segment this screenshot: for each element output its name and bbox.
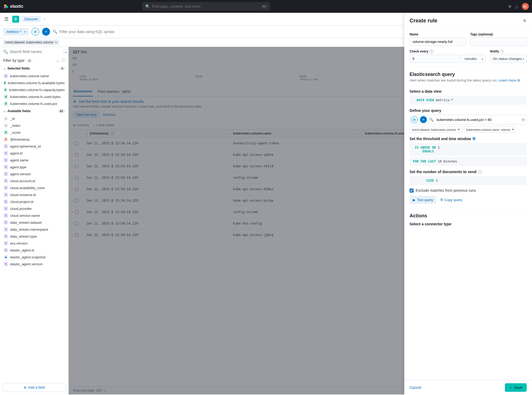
field-search-input[interactable] xyxy=(10,50,65,54)
row-checkbox[interactable] xyxy=(75,176,79,180)
row-checkbox[interactable] xyxy=(75,199,79,202)
data-view-display[interactable]: DATA VIEW metrics-* xyxy=(410,96,527,105)
exclude-checkbox-row[interactable]: Exclude matches from previous runs xyxy=(410,188,527,193)
expand-icon[interactable] xyxy=(71,176,73,180)
field-item[interactable]: tdata_stream.type xyxy=(0,233,68,240)
field-item[interactable]: #kubernetes.volume.fs.capacity.bytes xyxy=(0,86,68,93)
field-item[interactable]: ⎋_index xyxy=(0,122,68,129)
field-item[interactable]: tcloud.instance.id xyxy=(0,191,68,198)
copy-icon[interactable]: ⧉ xyxy=(473,136,475,141)
app-name-breadcrumb[interactable]: Discover xyxy=(22,16,41,22)
info-icon[interactable]: ⓘ xyxy=(61,58,65,63)
add-field-button[interactable]: ⊕ Add a field xyxy=(3,383,66,392)
field-item[interactable]: ⏱@timestamp xyxy=(0,136,68,143)
close-icon[interactable]: ✕ xyxy=(523,18,527,24)
filter-chip[interactable]: event.dataset: kubernetes.volume ✕ xyxy=(3,40,59,45)
field-item[interactable]: tagent.version xyxy=(0,170,68,177)
field-item[interactable]: tkubernetes.volume.name xyxy=(0,72,68,79)
field-item[interactable]: #kubernetes.volume.fs.used.pct xyxy=(0,100,68,107)
news-icon[interactable]: △ xyxy=(515,4,518,9)
query-filter-pill[interactable]: kubernetes.volume.name: volume✕ xyxy=(464,127,517,133)
help-icon[interactable]: ? xyxy=(478,170,482,174)
column-header[interactable]: @timestamp 🕐⌄ xyxy=(84,129,230,138)
user-avatar[interactable]: EL xyxy=(522,3,529,10)
expand-icon[interactable] xyxy=(71,187,73,191)
field-search[interactable]: 🔍 xyxy=(0,47,68,56)
row-checkbox[interactable] xyxy=(75,153,79,157)
elastic-logo[interactable]: elastic xyxy=(3,4,23,9)
row-checkbox[interactable] xyxy=(75,210,79,214)
field-item[interactable]: tagent.name xyxy=(0,157,68,164)
global-search-input[interactable] xyxy=(152,4,259,9)
field-item[interactable]: tcloud.service.name xyxy=(0,212,68,219)
row-checkbox[interactable] xyxy=(75,222,79,225)
field-item[interactable]: tagent.ephemeral_id xyxy=(0,143,68,150)
help-icon[interactable]: ? xyxy=(430,50,433,53)
row-checkbox[interactable] xyxy=(75,188,79,191)
sort-button[interactable]: ↕ 1 field sorted xyxy=(93,123,114,127)
expand-icon[interactable] xyxy=(71,210,73,214)
learn-more-link[interactable]: Learn more ⧉ xyxy=(499,78,520,82)
tags-input[interactable] xyxy=(470,38,527,46)
help-icon[interactable]: ⊕ xyxy=(508,4,512,9)
field-item[interactable]: tecs.version xyxy=(0,240,68,247)
filter-by-type[interactable]: Filter by type 0 ⌄ ⓘ xyxy=(0,56,68,64)
available-fields-header[interactable]: ⌄Available fields 52 xyxy=(0,107,68,115)
chevron-down-icon[interactable]: ⌄ xyxy=(56,58,59,63)
field-item[interactable]: #kubernetes.volume.fs.used.bytes xyxy=(0,93,68,100)
field-item[interactable]: #_score xyxy=(0,129,68,136)
field-item[interactable]: tdata_stream.dataset xyxy=(0,219,68,226)
query-filter-pill[interactable]: event.dataset: kubernetes.volume✕ xyxy=(410,127,462,133)
nav-toggle-icon[interactable]: ☰ xyxy=(3,15,10,23)
cancel-button[interactable]: Cancel xyxy=(410,385,421,390)
tab-field-stats[interactable]: Field statistics BETA xyxy=(97,87,132,96)
exclude-checkbox[interactable] xyxy=(410,189,414,193)
size-block[interactable]: SIZE 1 xyxy=(410,176,527,185)
notify-select[interactable]: On status changes xyxy=(490,55,527,63)
field-item[interactable]: tagent.id xyxy=(0,150,68,157)
expand-icon[interactable] xyxy=(71,153,73,157)
expand-icon[interactable] xyxy=(71,164,73,168)
field-item[interactable]: ⎋_id xyxy=(0,115,68,122)
field-item[interactable]: tcloud.account.id xyxy=(0,177,68,184)
field-item[interactable]: #kubernetes.volume.fs.available.bytes xyxy=(0,79,68,86)
expand-icon[interactable] xyxy=(71,141,73,145)
time-window-block[interactable]: FOR THE LAST 10 minutes xyxy=(410,157,527,166)
selected-fields-header[interactable]: ⌄Selected fields 5 xyxy=(0,64,68,72)
rule-query-input[interactable] xyxy=(436,117,519,123)
filter-options-icon[interactable]: ⊜ xyxy=(411,116,418,123)
expand-icon[interactable] xyxy=(71,199,73,202)
dismiss-button[interactable]: Dismiss xyxy=(103,111,116,118)
remove-icon[interactable]: ✕ xyxy=(512,128,514,131)
remove-icon[interactable]: ✕ xyxy=(457,128,460,131)
field-item[interactable]: tdata_stream.namespace xyxy=(0,226,68,233)
clear-query-icon[interactable]: ✕ xyxy=(521,117,525,122)
expand-icon[interactable] xyxy=(71,222,73,225)
filter-options-icon[interactable]: ⊜ xyxy=(31,28,39,36)
field-item[interactable]: telastic_agent.version xyxy=(0,260,68,267)
add-filter-icon[interactable]: ＋ xyxy=(420,116,427,123)
add-filter-icon[interactable]: ＋ xyxy=(42,28,50,36)
global-search[interactable]: 🔍 ⌘/ xyxy=(142,2,270,11)
help-icon[interactable]: ? xyxy=(500,50,504,53)
row-checkbox[interactable] xyxy=(75,165,79,168)
save-rule-button[interactable]: ✓Save xyxy=(505,383,527,392)
remove-chip-icon[interactable]: ✕ xyxy=(55,41,57,44)
check-every-value[interactable] xyxy=(410,55,460,63)
test-query-button[interactable]: ▶Test query xyxy=(410,196,436,204)
row-checkbox[interactable] xyxy=(75,233,79,237)
column-header[interactable]: kubernetes.volume.name⌄ xyxy=(230,129,362,138)
data-view-selector[interactable]: metrics-* xyxy=(3,28,29,35)
field-item[interactable]: tagent.type xyxy=(0,164,68,170)
field-item[interactable]: tcloud.availability_zone xyxy=(0,184,68,191)
expand-icon[interactable] xyxy=(71,233,73,237)
field-item[interactable]: tcloud.project.id xyxy=(0,198,68,205)
row-checkbox[interactable] xyxy=(75,142,79,145)
columns-button[interactable]: ≣ Columns xyxy=(73,123,89,127)
copy-query-button[interactable]: ⧉Copy query xyxy=(439,196,464,204)
collapse-sidebar-icon[interactable]: ⇤ xyxy=(63,50,69,55)
tab-documents[interactable]: Documents xyxy=(73,87,93,96)
check-every-unit[interactable]: minutes xyxy=(462,55,486,63)
take-tour-button[interactable]: Take the tour xyxy=(73,111,100,118)
field-item[interactable]: ●elastic_agent.snapshot xyxy=(0,254,68,260)
